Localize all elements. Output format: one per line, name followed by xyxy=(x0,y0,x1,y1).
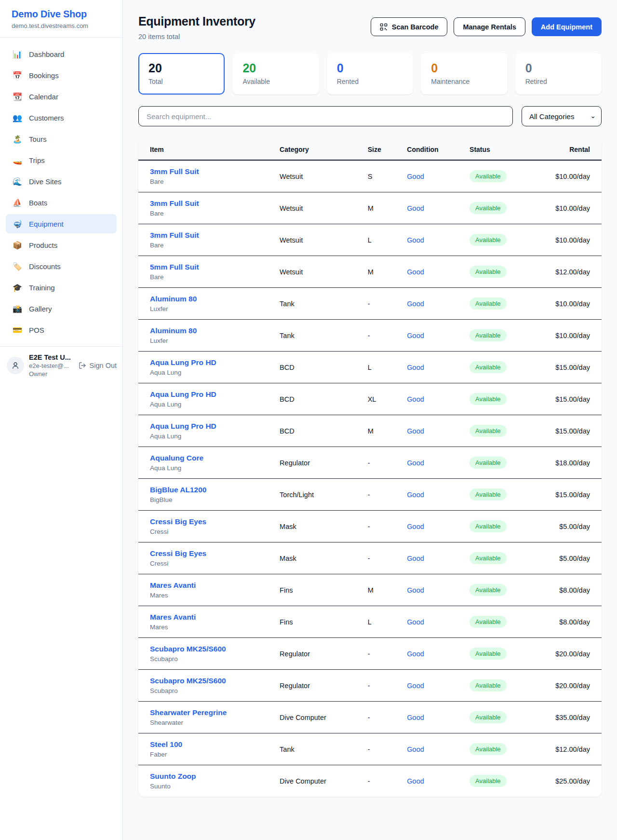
sidebar-item-tours[interactable]: 🏝️ Tours xyxy=(6,129,117,149)
condition-link[interactable]: Good xyxy=(407,491,424,499)
condition-link[interactable]: Good xyxy=(407,586,424,594)
condition-cell: Good xyxy=(407,288,469,320)
condition-link[interactable]: Good xyxy=(407,745,424,753)
item-name-link[interactable]: Aluminum 80 xyxy=(150,326,280,335)
item-name-link[interactable]: 3mm Full Suit xyxy=(150,199,280,208)
item-name-link[interactable]: Mares Avanti xyxy=(150,581,280,590)
item-name-link[interactable]: 5mm Full Suit xyxy=(150,263,280,271)
size-cell: - xyxy=(368,447,407,479)
item-name-link[interactable]: Aqua Lung Pro HD xyxy=(150,358,280,367)
table-row: Scubapro MK25/S600 Scubapro Regulator - … xyxy=(138,670,602,702)
condition-cell: Good xyxy=(407,574,469,606)
item-name-link[interactable]: BigBlue AL1200 xyxy=(150,486,280,494)
tear-off-calendar-icon: 📆 xyxy=(12,92,23,101)
sidebar-item-products[interactable]: 📦 Products xyxy=(6,235,117,255)
condition-link[interactable]: Good xyxy=(407,173,424,180)
manage-rentals-button[interactable]: Manage Rentals xyxy=(454,17,525,36)
sidebar-item-dashboard[interactable]: 📊 Dashboard xyxy=(6,44,117,64)
sidebar-item-equipment[interactable]: 🤿 Equipment xyxy=(6,214,117,233)
status-cell: Available xyxy=(469,606,544,638)
condition-link[interactable]: Good xyxy=(407,236,424,244)
item-name-link[interactable]: Aqua Lung Pro HD xyxy=(150,390,280,399)
brand-name[interactable]: Demo Dive Shop xyxy=(12,9,111,20)
status-cell: Available xyxy=(469,702,544,733)
status-cell: Available xyxy=(469,574,544,606)
sign-out-button[interactable]: Sign Out xyxy=(79,362,117,369)
column-header-status: Status xyxy=(469,138,544,160)
main-content: Equipment Inventory 20 items total Scan … xyxy=(123,0,617,840)
item-name-link[interactable]: Mares Avanti xyxy=(150,613,280,622)
item-name-link[interactable]: Scubapro MK25/S600 xyxy=(150,677,280,685)
status-cell: Available xyxy=(469,638,544,670)
condition-link[interactable]: Good xyxy=(407,650,424,658)
condition-link[interactable]: Good xyxy=(407,300,424,308)
condition-cell: Good xyxy=(407,447,469,479)
stat-card-retired[interactable]: 0 Retired xyxy=(515,53,602,95)
condition-link[interactable]: Good xyxy=(407,459,424,467)
item-brand: Scubapro xyxy=(150,655,280,663)
sidebar-item-boats[interactable]: ⛵ Boats xyxy=(6,193,117,212)
sidebar-item-label: Equipment xyxy=(29,220,64,228)
sidebar-item-label: Boats xyxy=(29,199,47,207)
category-select[interactable]: All Categories xyxy=(522,106,602,126)
item-name-link[interactable]: Aqualung Core xyxy=(150,454,280,462)
sidebar-item-trips[interactable]: 🚤 Trips xyxy=(6,150,117,170)
item-name-link[interactable]: Scubapro MK25/S600 xyxy=(150,645,280,653)
condition-link[interactable]: Good xyxy=(407,364,424,371)
condition-link[interactable]: Good xyxy=(407,777,424,785)
item-name-link[interactable]: 3mm Full Suit xyxy=(150,231,280,240)
condition-link[interactable]: Good xyxy=(407,395,424,403)
sidebar-item-calendar[interactable]: 📆 Calendar xyxy=(6,87,117,106)
condition-link[interactable]: Good xyxy=(407,682,424,690)
rental-cell: $5.00/day xyxy=(544,511,602,542)
add-equipment-button[interactable]: Add Equipment xyxy=(532,17,602,36)
table-row: Shearwater Peregrine Shearwater Dive Com… xyxy=(138,702,602,733)
stat-card-total[interactable]: 20 Total xyxy=(138,53,225,95)
stat-value: 20 xyxy=(148,61,215,75)
condition-link[interactable]: Good xyxy=(407,618,424,626)
item-name-link[interactable]: 3mm Full Suit xyxy=(150,167,280,176)
sidebar-item-label: Calendar xyxy=(29,93,58,101)
scan-barcode-button[interactable]: Scan Barcode xyxy=(371,17,448,36)
category-cell: Tank xyxy=(280,733,368,765)
condition-cell: Good xyxy=(407,638,469,670)
table-row: 3mm Full Suit Bare Wetsuit L Good Availa… xyxy=(138,224,602,256)
item-brand: Aqua Lung xyxy=(150,401,280,408)
table-row: Aluminum 80 Luxfer Tank - Good Available… xyxy=(138,320,602,352)
status-badge: Available xyxy=(469,202,507,214)
condition-link[interactable]: Good xyxy=(407,555,424,562)
sidebar-item-pos[interactable]: 💳 POS xyxy=(6,320,117,339)
item-name-link[interactable]: Cressi Big Eyes xyxy=(150,517,280,526)
column-header-item: Item xyxy=(138,138,280,160)
sidebar-item-customers[interactable]: 👥 Customers xyxy=(6,108,117,127)
condition-link[interactable]: Good xyxy=(407,714,424,721)
condition-cell: Good xyxy=(407,606,469,638)
sidebar-item-label: Customers xyxy=(29,114,64,122)
sidebar-item-discounts[interactable]: 🏷️ Discounts xyxy=(6,257,117,276)
stat-card-rented[interactable]: 0 Rented xyxy=(327,53,413,95)
status-cell: Available xyxy=(469,352,544,383)
condition-link[interactable]: Good xyxy=(407,204,424,212)
condition-link[interactable]: Good xyxy=(407,268,424,276)
search-input[interactable] xyxy=(138,106,513,126)
item-name-link[interactable]: Aluminum 80 xyxy=(150,295,280,303)
condition-link[interactable]: Good xyxy=(407,332,424,339)
avatar xyxy=(7,357,24,374)
sidebar-item-dive-sites[interactable]: 🌊 Dive Sites xyxy=(6,172,117,191)
status-cell: Available xyxy=(469,511,544,542)
sidebar-item-bookings[interactable]: 📅 Bookings xyxy=(6,66,117,85)
condition-cell: Good xyxy=(407,383,469,415)
item-name-link[interactable]: Steel 100 xyxy=(150,740,280,749)
item-name-link[interactable]: Aqua Lung Pro HD xyxy=(150,422,280,431)
item-name-link[interactable]: Cressi Big Eyes xyxy=(150,549,280,558)
sidebar-item-training[interactable]: 🎓 Training xyxy=(6,278,117,297)
stat-card-maintenance[interactable]: 0 Maintenance xyxy=(421,53,507,95)
condition-link[interactable]: Good xyxy=(407,523,424,530)
item-name-link[interactable]: Suunto Zoop xyxy=(150,772,280,781)
item-name-link[interactable]: Shearwater Peregrine xyxy=(150,708,280,717)
condition-link[interactable]: Good xyxy=(407,427,424,435)
sidebar-item-gallery[interactable]: 📸 Gallery xyxy=(6,299,117,318)
item-brand: Mares xyxy=(150,623,280,631)
status-cell: Available xyxy=(469,288,544,320)
stat-card-available[interactable]: 20 Available xyxy=(232,53,319,95)
